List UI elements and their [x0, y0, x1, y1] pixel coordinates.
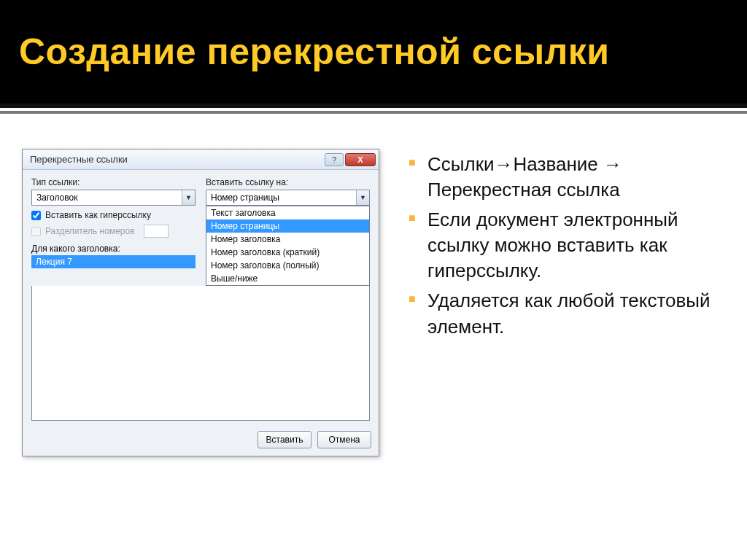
help-button[interactable]: ? [325, 153, 344, 166]
dropdown-option[interactable]: Номер заголовка (полный) [206, 259, 369, 272]
bullet-item: Удаляется как любой текстовый элемент. [409, 288, 722, 339]
heading-list-area[interactable] [31, 286, 370, 421]
insert-ref-label: Вставить ссылку на: [206, 177, 370, 187]
dialog-title: Перекрестные ссылки [30, 154, 325, 165]
insert-ref-dropdown[interactable]: Текст заголовка Номер страницы Номер заг… [206, 206, 370, 286]
cross-reference-dialog: Перекрестные ссылки ? X Тип ссылки: Заго… [22, 149, 379, 456]
hyperlink-checkbox[interactable] [31, 211, 41, 220]
separator-checkbox-label: Разделитель номеров [45, 226, 135, 236]
dialog-titlebar[interactable]: Перекрестные ссылки ? X [23, 149, 379, 170]
dialog-body: Тип ссылки: Заголовок ▼ Вставить как гип… [23, 170, 379, 427]
slide-title-bar: Создание перекрестной ссылки [0, 0, 747, 108]
dropdown-option-selected[interactable]: Номер страницы [206, 219, 369, 233]
type-combo[interactable]: Заголовок ▼ [31, 190, 196, 206]
window-buttons: ? X [325, 153, 376, 166]
type-label: Тип ссылки: [31, 177, 196, 187]
separator-number-box [144, 225, 169, 238]
dropdown-option[interactable]: Текст заголовка [206, 206, 369, 219]
dropdown-option[interactable]: Номер заголовка [206, 233, 369, 246]
type-combo-value: Заголовок [36, 192, 77, 203]
separator-checkbox-row: Разделитель номеров [31, 225, 196, 238]
slide-content: Перекрестные ссылки ? X Тип ссылки: Заго… [0, 114, 747, 471]
insert-ref-value: Номер страницы [211, 192, 279, 203]
dialog-footer: Вставить Отмена [23, 427, 379, 456]
insert-button[interactable]: Вставить [258, 431, 311, 448]
chevron-down-icon: ▼ [356, 190, 369, 205]
cancel-button[interactable]: Отмена [317, 431, 371, 448]
for-heading-label: Для какого заголовка: [31, 244, 196, 254]
slide-title: Создание перекрестной ссылки [19, 31, 610, 73]
hyperlink-checkbox-label: Вставить как гиперссылку [45, 210, 151, 220]
chevron-down-icon: ▼ [182, 190, 195, 205]
heading-list-item[interactable]: Лекция 7 [31, 255, 196, 268]
bullet-item: Если документ электронный ссылку можно в… [409, 207, 722, 284]
bullet-text: Ссылки→Название → Перекрестная ссылка [427, 153, 622, 201]
dropdown-option[interactable]: Выше/ниже [206, 272, 369, 285]
insert-ref-combo[interactable]: Номер страницы ▼ [206, 190, 370, 206]
bullet-item: Ссылки→Название → Перекрестная ссылка [409, 152, 722, 203]
slide-notes: Ссылки→Название → Перекрестная ссылка Ес… [409, 149, 725, 456]
hyperlink-checkbox-row[interactable]: Вставить как гиперссылку [31, 210, 196, 220]
dropdown-option[interactable]: Номер заголовка (краткий) [206, 246, 369, 259]
separator-checkbox [31, 227, 41, 236]
close-button[interactable]: X [345, 153, 376, 166]
